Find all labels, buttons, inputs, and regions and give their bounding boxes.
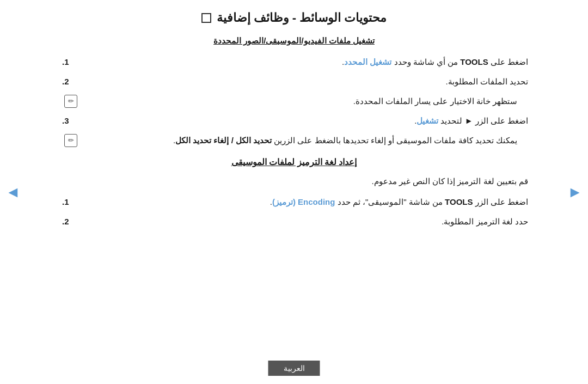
encoding-ar-link[interactable]: (ترميز)	[272, 197, 296, 206]
section2-step-1-number: 1.	[60, 196, 76, 209]
note-icon-1: ✏	[64, 95, 77, 108]
play-link[interactable]: تشغيل	[416, 116, 438, 125]
step-3: 3. اضغط على الزر ► لتحديد تشغيل.	[60, 114, 528, 127]
section1-subtitle: تشغيل ملفات الفيديو/الموسيقى/الصور المحد…	[60, 36, 528, 46]
section2-step-2: 2. حدد لغة الترميز المطلوبة.	[60, 215, 528, 228]
play-selected-link[interactable]: تشغيل المحدد	[344, 57, 391, 66]
step-1: 1. اضغط على TOOLS من أي شاشة وحدد تشغيل …	[60, 56, 528, 69]
step-2-number: 2.	[60, 75, 76, 88]
tools-bold-2: TOOLS	[445, 197, 473, 206]
note-1: ✏ ستظهر خانة الاختيار على يسار الملفات ا…	[60, 95, 528, 108]
select-all-bold: تحديد الكل / إلغاء تحديد الكل	[175, 136, 272, 145]
note-1-text: ستظهر خانة الاختيار على يسار الملفات الم…	[77, 95, 517, 108]
section2-step-1-text: اضغط على الزر TOOLS من شاشة "الموسيقى"، …	[76, 196, 528, 209]
title-checkbox	[201, 13, 211, 23]
main-title: محتويات الوسائط - وظائف إضافية	[60, 11, 528, 25]
step-1-text: اضغط على TOOLS من أي شاشة وحدد تشغيل الم…	[76, 56, 528, 69]
note-2-text: يمكنك تحديد كافة ملفات الموسيقى أو إلغاء…	[77, 134, 517, 147]
note-2: ✏ يمكنك تحديد كافة ملفات الموسيقى أو إلغ…	[60, 134, 528, 147]
tools-bold-1: TOOLS	[460, 57, 488, 66]
language-button[interactable]: العربية	[268, 361, 320, 376]
section2-step-2-text: حدد لغة الترميز المطلوبة.	[76, 215, 528, 228]
step-2-text: تحديد الملفات المطلوبة.	[76, 75, 528, 88]
step-2: 2. تحديد الملفات المطلوبة.	[60, 75, 528, 88]
section2-title: إعداد لغة الترميز لملفات الموسيقى	[60, 157, 528, 167]
note-icon-2: ✏	[64, 134, 77, 147]
bottom-bar: العربية	[268, 361, 320, 376]
page-container: ◄ ► محتويات الوسائط - وظائف إضافية تشغيل…	[0, 0, 588, 384]
section2-intro: قم بتعيين لغة الترميز إذا كان النص غير م…	[60, 175, 528, 188]
section2-step-1: 1. اضغط على الزر TOOLS من شاشة "الموسيقى…	[60, 196, 528, 209]
step-3-text: اضغط على الزر ► لتحديد تشغيل.	[76, 114, 528, 127]
section2-step-2-number: 2.	[60, 215, 76, 228]
nav-arrow-left[interactable]: ◄	[5, 184, 21, 201]
encoding-link[interactable]: Encoding	[298, 197, 335, 206]
step-1-number: 1.	[60, 56, 76, 69]
nav-arrow-right[interactable]: ►	[567, 184, 583, 201]
step-3-number: 3.	[60, 114, 76, 127]
title-text: محتويات الوسائط - وظائف إضافية	[217, 11, 387, 25]
